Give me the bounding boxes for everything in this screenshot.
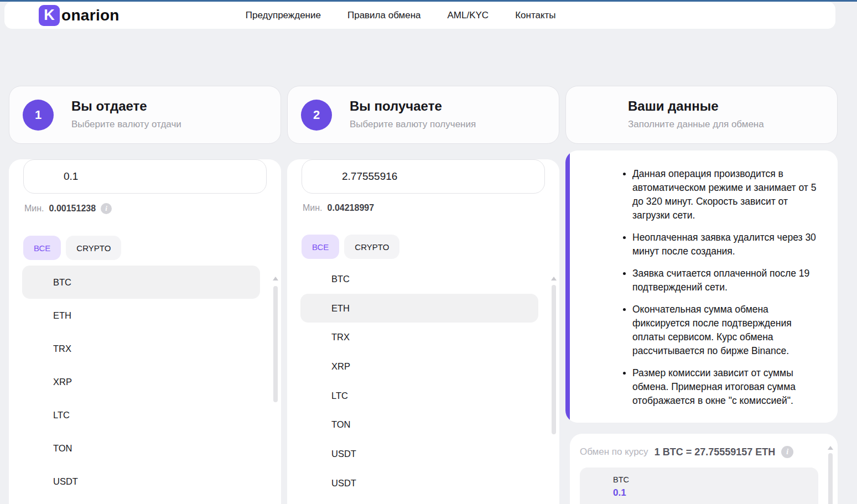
page: K onarion Предупреждение Правила обмена … <box>0 0 857 504</box>
details-title: Ваши данные <box>628 98 764 114</box>
receive-min-row: Мин. 0.04218997 <box>303 203 559 213</box>
nav-item-warning[interactable]: Предупреждение <box>246 10 321 21</box>
give-title: Вы отдаете <box>71 98 181 114</box>
details-step-header: Ваши данные Заполните данные для обмена <box>565 86 838 144</box>
give-subtitle: Выберите валюту отдачи <box>71 119 181 130</box>
receive-min-value: 0.04218997 <box>328 203 375 213</box>
result-currency: BTC <box>613 475 818 484</box>
exchange-notes-panel: Данная операция производится в автоматич… <box>565 150 838 423</box>
receive-amount-input[interactable] <box>302 159 545 194</box>
receive-subtitle: Выберите валюту получения <box>350 119 476 130</box>
currency-option-trx[interactable]: TRX <box>300 323 538 352</box>
receive-column: 2 Вы получаете Выберите валюту получения… <box>287 86 559 504</box>
details-subtitle: Заполните данные для обмена <box>628 119 764 130</box>
main-nav: Предупреждение Правила обмена AML/KYC Ко… <box>246 10 556 21</box>
give-min-row: Мин. 0.00151238 i <box>24 203 281 214</box>
receive-currency-list: BTC ETH TRX XRP LTC TON USDT USDT <box>300 264 538 498</box>
currency-option-usdt[interactable]: USDT <box>22 465 260 498</box>
note-item: Размер комиссии зависит от суммы обмена.… <box>632 366 823 408</box>
receive-step-header: 2 Вы получаете Выберите валюту получения <box>287 86 559 144</box>
currency-option-ton[interactable]: TON <box>22 432 260 465</box>
give-currency-list: BTC ETH TRX XRP LTC TON USDT <box>22 266 260 498</box>
give-tab-crypto[interactable]: CRYPTO <box>66 236 121 260</box>
note-item: Окончательная сумма обмена фиксируется п… <box>632 303 823 358</box>
note-item: Заявка считается оплаченной после 19 под… <box>632 267 823 294</box>
rate-row: Обмен по курсу 1 BTC = 27.75559157 ETH i <box>580 446 828 458</box>
currency-option-xrp[interactable]: XRP <box>300 352 538 381</box>
currency-option-ton[interactable]: TON <box>300 410 538 439</box>
receive-panel: Мин. 0.04218997 ВСЕ CRYPTO BTC ETH TRX X… <box>287 159 559 504</box>
exchange-columns: 1 Вы отдаете Выберите валюту отдачи Мин.… <box>9 86 838 504</box>
note-item: Неоплаченная заявка удалится через 30 ми… <box>632 231 823 258</box>
scroll-up-arrow-icon[interactable] <box>551 277 557 280</box>
receive-title: Вы получаете <box>350 98 476 114</box>
info-icon[interactable]: i <box>781 446 793 458</box>
nav-item-aml-kyc[interactable]: AML/KYC <box>448 10 489 21</box>
give-min-label: Мин. <box>24 204 44 214</box>
step-1-badge: 1 <box>23 100 54 131</box>
info-icon[interactable]: i <box>101 203 112 214</box>
details-column: Ваши данные Заполните данные для обмена … <box>565 86 838 504</box>
scroll-up-arrow-icon[interactable] <box>828 446 833 450</box>
give-list-scrollbar <box>273 277 278 504</box>
step-2-badge: 2 <box>301 100 332 131</box>
receive-list-scrollbar <box>551 277 557 504</box>
currency-option-ltc[interactable]: LTC <box>22 398 260 432</box>
give-step-text: Вы отдаете Выберите валюту отдачи <box>71 98 181 130</box>
scrollbar-thumb[interactable] <box>273 286 278 402</box>
scrollbar-thumb[interactable] <box>828 453 833 504</box>
currency-option-ltc[interactable]: LTC <box>300 381 538 411</box>
currency-option-eth[interactable]: ETH <box>22 299 260 332</box>
currency-option-usdt[interactable]: USDT <box>300 439 538 469</box>
rate-value: 1 BTC = 27.75559157 ETH <box>655 446 776 458</box>
details-step-text: Ваши данные Заполните данные для обмена <box>628 98 764 130</box>
result-amount: 0.1 <box>613 487 818 498</box>
give-column: 1 Вы отдаете Выберите валюту отдачи Мин.… <box>9 86 281 504</box>
currency-option-usdt-2[interactable]: USDT <box>300 469 538 498</box>
give-tab-all[interactable]: ВСЕ <box>23 236 61 260</box>
scrollbar-thumb[interactable] <box>552 285 556 434</box>
rate-result-box: BTC 0.1 <box>580 467 818 504</box>
receive-tab-all[interactable]: ВСЕ <box>302 235 339 259</box>
logo-k-icon: K <box>39 5 60 26</box>
receive-tab-crypto[interactable]: CRYPTO <box>344 235 399 259</box>
rate-panel: Обмен по курсу 1 BTC = 27.75559157 ETH i… <box>570 434 838 504</box>
scroll-up-arrow-icon[interactable] <box>273 277 278 280</box>
give-filter-tabs: ВСЕ CRYPTO <box>23 236 281 260</box>
exchange-notes-list: Данная операция производится в автоматич… <box>632 167 823 408</box>
logo[interactable]: K onarion <box>39 5 120 26</box>
give-step-header: 1 Вы отдаете Выберите валюту отдачи <box>9 86 281 144</box>
top-accent-bar <box>0 0 857 2</box>
give-panel: Мин. 0.00151238 i ВСЕ CRYPTO BTC ETH TRX… <box>9 159 281 504</box>
receive-min-label: Мин. <box>303 203 323 213</box>
give-min-value: 0.00151238 <box>49 204 96 214</box>
currency-option-eth[interactable]: ETH <box>300 294 538 323</box>
give-amount-input[interactable] <box>23 159 267 194</box>
currency-option-xrp[interactable]: XRP <box>22 365 260 398</box>
nav-item-contacts[interactable]: Контакты <box>515 10 555 21</box>
rate-label: Обмен по курсу <box>580 446 648 458</box>
nav-item-exchange-rules[interactable]: Правила обмена <box>347 10 421 21</box>
currency-option-trx[interactable]: TRX <box>22 332 260 365</box>
receive-step-text: Вы получаете Выберите валюту получения <box>350 98 476 130</box>
currency-option-btc[interactable]: BTC <box>300 264 538 294</box>
currency-option-btc[interactable]: BTC <box>22 266 260 299</box>
note-item: Данная операция производится в автоматич… <box>632 167 823 222</box>
rate-panel-scrollbar <box>828 446 833 504</box>
receive-filter-tabs: ВСЕ CRYPTO <box>302 235 559 259</box>
header: K onarion Предупреждение Правила обмена … <box>4 2 835 29</box>
logo-text: onarion <box>61 7 120 24</box>
